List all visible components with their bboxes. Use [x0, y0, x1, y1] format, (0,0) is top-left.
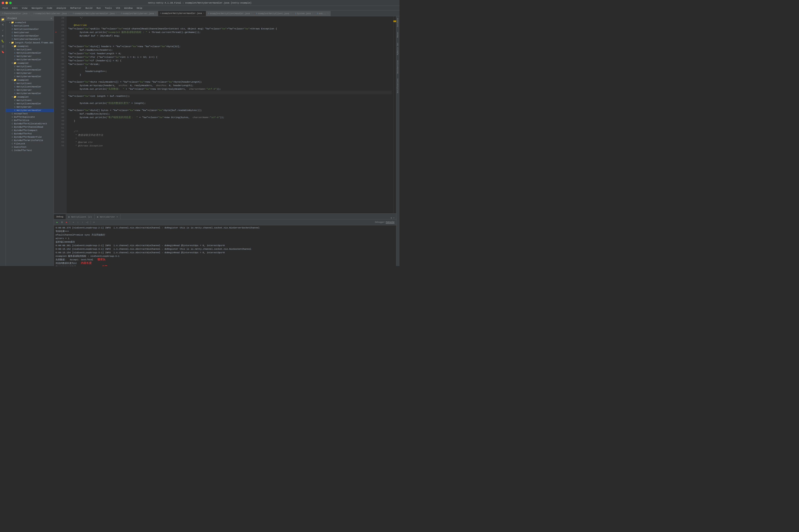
gutter-line-44[interactable]: [54, 101, 58, 105]
tree-item-29[interactable]: CBufferSlice: [6, 119, 54, 122]
debug-tab-nettyserver[interactable]: ▶ NettyServer ×: [95, 214, 121, 219]
menu-tools[interactable]: Tools: [104, 6, 112, 10]
tree-item-4[interactable]: CNettyServerHandler: [6, 34, 54, 38]
gutter-line-29[interactable]: [54, 48, 58, 52]
run-to-cursor-btn[interactable]: →|: [86, 221, 89, 224]
tree-item-36[interactable]: CFileLock: [6, 142, 54, 146]
debug-console[interactable]: 6:08:08.375 [nioEventLoopGroup-2-1] INFO…: [54, 225, 396, 266]
gutter-line-47[interactable]: [54, 112, 58, 116]
tree-item-17[interactable]: ▼📁example3: [6, 78, 54, 82]
run-icon[interactable]: ▶: [1, 33, 5, 38]
tree-item-23[interactable]: CNettyClient: [6, 99, 54, 102]
notifications-tab[interactable]: Notifications: [396, 77, 399, 95]
tree-item-24[interactable]: CNettyClientHandler: [6, 102, 54, 106]
gutter-line-48[interactable]: [54, 116, 58, 119]
stop-btn[interactable]: ■: [65, 221, 68, 224]
menu-navigate[interactable]: Navigate: [31, 6, 43, 10]
commit-icon[interactable]: ✓: [1, 28, 5, 33]
tree-item-14[interactable]: CNettyClientHandler: [6, 68, 54, 72]
project-icon[interactable]: 📁: [1, 17, 5, 22]
tab-example4-nettyserverhandler[interactable]: J example4/NettyServerHandler.java ×: [158, 11, 206, 16]
tab-example4-nettyclienthandler[interactable]: J example4/NettyClientHandler.java ×: [206, 11, 254, 16]
restservices-tab[interactable]: RestServices: [396, 58, 399, 75]
gutter-line-49[interactable]: [54, 119, 58, 123]
debug-icon[interactable]: 🐛: [1, 39, 5, 43]
menu-run[interactable]: Run: [96, 6, 102, 10]
gutter-line-21[interactable]: [54, 20, 58, 23]
tree-item-28[interactable]: CBufferDuplicate: [6, 115, 54, 119]
tab-example4-nettyserver[interactable]: J example4/NettyServer.java ×: [119, 11, 158, 16]
pause-btn[interactable]: ⏸: [60, 221, 63, 224]
tree-item-37[interactable]: CGuessTest: [6, 146, 54, 149]
gutter-line-28[interactable]: [54, 45, 58, 48]
gutter-line-23[interactable]: [54, 27, 58, 31]
tab-channnelhandler[interactable]: J ChannelHandler.java ×: [0, 11, 32, 16]
gutter-line-38[interactable]: [54, 80, 58, 84]
close-button[interactable]: [2, 2, 4, 4]
debugger-tab[interactable]: Debugger: [375, 221, 385, 224]
tree-item-6[interactable]: ▼📁length.field.based.frame.dec...: [6, 41, 54, 44]
tree-item-38[interactable]: CIntBufferTest: [6, 149, 54, 152]
code-content[interactable]: */ @Override "kw">class="kw">public "kw"…: [67, 16, 393, 213]
git-icon[interactable]: ⑆: [1, 22, 5, 27]
evaluate-btn[interactable]: ⌗: [92, 221, 96, 224]
tree-item-0[interactable]: ▼📁example3: [6, 21, 54, 24]
menu-edit[interactable]: Edit: [11, 6, 18, 10]
step-over-btn[interactable]: ↷: [72, 221, 75, 224]
tree-item-11[interactable]: CNettyServerHandler: [6, 58, 54, 61]
debug-close-icon[interactable]: ×: [393, 217, 395, 219]
tree-item-10[interactable]: CNettyServer: [6, 55, 54, 58]
menu-file[interactable]: File: [2, 6, 9, 10]
gutter-line-55[interactable]: [54, 140, 58, 144]
menu-code[interactable]: Code: [46, 6, 53, 10]
tree-item-33[interactable]: CByteBufferPut: [6, 132, 54, 135]
tab-example3-nettyserver[interactable]: J example3/NettyServer.java ×: [32, 11, 71, 16]
tree-item-3[interactable]: CNettyServer: [6, 31, 54, 34]
tree-item-9[interactable]: CNettyClientHandler: [6, 51, 54, 55]
maven-tab[interactable]: Maven: [396, 30, 399, 39]
tree-item-1[interactable]: CNettyClient: [6, 24, 54, 27]
gutter-line-54[interactable]: [54, 137, 58, 140]
menu-help[interactable]: Help: [136, 6, 143, 10]
menu-vcs[interactable]: VCS: [115, 6, 121, 10]
gutter-line-41[interactable]: [54, 91, 58, 94]
gutter-line-50[interactable]: [54, 123, 58, 126]
gutter-line-39[interactable]: [54, 84, 58, 87]
gutter-line-31[interactable]: [54, 55, 58, 59]
gutter-line-33[interactable]: [54, 62, 58, 66]
gutter-line-45[interactable]: [54, 105, 58, 109]
gutter-line-46[interactable]: [54, 109, 58, 112]
tree-item-30[interactable]: CByteBufferAllocateDirect: [6, 122, 54, 126]
menu-analyze[interactable]: Analyze: [56, 6, 67, 10]
step-out-btn[interactable]: ↑: [81, 221, 84, 224]
tab-systemjava[interactable]: J System.java ×: [293, 11, 315, 16]
tree-item-32[interactable]: CByteBufferCompact: [6, 129, 54, 132]
gutter-line-52[interactable]: [54, 130, 58, 133]
tree-item-18[interactable]: CNettyClient: [6, 82, 54, 85]
tree-item-26[interactable]: CNettyServerHandler: [6, 109, 54, 112]
gutter-line-37[interactable]: [54, 77, 58, 80]
menu-window[interactable]: Window: [123, 6, 133, 10]
menu-refactor[interactable]: Refactor: [70, 6, 82, 10]
tree-item-27[interactable]: CAcceptTest: [6, 112, 54, 115]
gutter-line-51[interactable]: [54, 126, 58, 130]
gutter-line-27[interactable]: [54, 41, 58, 45]
tree-item-31[interactable]: CByteBufferChannelRead: [6, 126, 54, 129]
console-tab[interactable]: Console: [386, 221, 395, 224]
mybaits-tab[interactable]: MyBatis Set: [396, 41, 399, 57]
database-tab[interactable]: Database: [396, 16, 399, 28]
structure-icon[interactable]: ☰: [1, 44, 5, 49]
tree-item-8[interactable]: CNettyClient: [6, 48, 54, 51]
gutter-line-34[interactable]: [54, 66, 58, 70]
gutter-line-56[interactable]: [54, 144, 58, 148]
gutter-line-26[interactable]: [54, 38, 58, 41]
resume-btn[interactable]: ▶: [56, 221, 59, 224]
gutter-line-53[interactable]: [54, 133, 58, 137]
gutter-line-24[interactable]: ●: [54, 31, 58, 34]
tree-item-25[interactable]: CNettyServer: [6, 106, 54, 109]
gutter-line-43[interactable]: [54, 98, 58, 101]
gutter-line-36[interactable]: [54, 73, 58, 77]
tab-exa[interactable]: J exa... ×: [315, 11, 331, 16]
tree-item-5[interactable]: CNettyServerHandler2: [6, 38, 54, 41]
tree-item-2[interactable]: CNettyClientHandler: [6, 27, 54, 31]
